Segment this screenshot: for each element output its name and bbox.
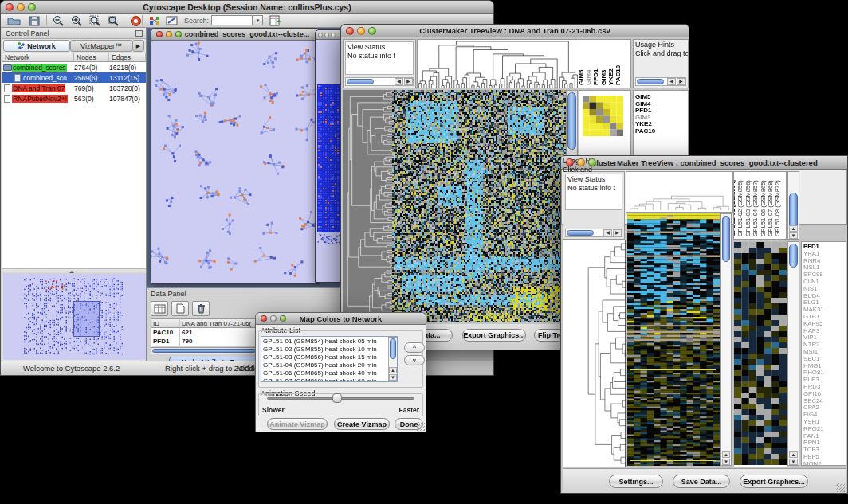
scroll-right-icon[interactable]: ▶ bbox=[613, 229, 622, 236]
scroll-left-icon[interactable]: ◀ bbox=[667, 78, 676, 85]
horizontal-scrollbar[interactable]: ◀ ▶ bbox=[345, 77, 414, 86]
network-table-row[interactable]: combined_sco 2569(6) 13112(15) bbox=[2, 72, 146, 83]
scroll-right-icon[interactable]: ▶ bbox=[677, 78, 685, 85]
vertical-scrollbar[interactable]: ▲ ▼ bbox=[787, 241, 799, 466]
minimize-button[interactable] bbox=[357, 27, 365, 35]
column-label[interactable]: GPL51-02 (GSM855) bbox=[736, 180, 744, 236]
column-label[interactable]: GPL51-07 (GSM868) bbox=[767, 180, 774, 236]
column-label[interactable]: GPL51-06 (GSM865) bbox=[760, 180, 767, 236]
zoom-selected-icon[interactable] bbox=[104, 14, 122, 27]
background-network-window[interactable] bbox=[315, 29, 343, 283]
network-table-row[interactable]: DNA and Tran 07 769(0) 183728(0) bbox=[2, 83, 146, 93]
column-label[interactable]: PAC10 bbox=[614, 65, 622, 85]
scroll-down-icon[interactable]: ▼ bbox=[722, 459, 730, 465]
network-table-row[interactable]: RNAPuberNov2+! 563(0) 107847(0) bbox=[2, 93, 146, 104]
attribute-row[interactable]: PAC10 621 bbox=[151, 328, 257, 337]
attribute-list-item[interactable]: GPL51-03 (GSM856) heat shock 15 min bbox=[263, 354, 396, 361]
col-header-network[interactable]: Network bbox=[2, 53, 74, 61]
save-icon[interactable] bbox=[26, 14, 43, 27]
column-label[interactable]: GPL51-08 (GSM872) bbox=[774, 180, 781, 236]
horizontal-scrollbar[interactable]: ◀ ▶ bbox=[635, 77, 686, 86]
row-dendrogram[interactable] bbox=[563, 240, 626, 467]
settings-button[interactable]: Settings... bbox=[609, 475, 663, 488]
main-titlebar[interactable]: Cytoscape Desktop (Session Name: collins… bbox=[1, 1, 493, 14]
minimize-button[interactable] bbox=[270, 315, 277, 322]
close-button[interactable] bbox=[346, 27, 354, 35]
tab-network[interactable]: Network bbox=[3, 40, 70, 52]
float-panel-icon[interactable] bbox=[135, 30, 143, 37]
col-header-nodes[interactable]: Nodes bbox=[74, 53, 109, 61]
scroll-up-icon[interactable]: ▲ bbox=[789, 451, 798, 458]
global-heatmap[interactable] bbox=[392, 90, 566, 322]
attribute-list-item[interactable]: GPL51-04 (GSM857) heat shock 20 min bbox=[263, 361, 396, 369]
export-graphics-button[interactable]: Export Graphics... bbox=[740, 475, 808, 488]
search-dropdown-arrow[interactable]: ▼ bbox=[253, 15, 263, 25]
attribute-table-icon[interactable] bbox=[151, 301, 168, 316]
scroll-up-icon[interactable]: ▲ bbox=[789, 225, 798, 232]
column-label[interactable]: GPL51-03 (GSM856) bbox=[744, 180, 752, 236]
column-dendrogram[interactable] bbox=[417, 39, 579, 88]
close-button[interactable] bbox=[566, 158, 574, 166]
column-dendrogram-panel[interactable] bbox=[626, 171, 733, 213]
minimize-button[interactable] bbox=[17, 3, 25, 11]
attribute-list-item[interactable]: GPL51-02 (GSM855) heat shock 10 min bbox=[263, 346, 396, 354]
attribute-row[interactable]: PFD1 790 bbox=[151, 337, 257, 346]
table-import-icon[interactable] bbox=[266, 14, 284, 27]
col-header-edges[interactable]: Edges bbox=[109, 53, 146, 61]
zoom-in-icon[interactable] bbox=[68, 14, 85, 27]
resize-grip[interactable] bbox=[416, 422, 425, 431]
attribute-list-item[interactable]: GPL51-01 (GSM854) heat shock 05 min bbox=[263, 338, 396, 346]
network-table-row[interactable]: combined_scores 2764(0) 16218(0) bbox=[2, 62, 146, 72]
export-graphics-button[interactable]: Export Graphics... bbox=[462, 329, 526, 342]
resize-grip[interactable] bbox=[836, 483, 845, 492]
close-button[interactable] bbox=[6, 3, 14, 11]
move-up-button[interactable]: ^ bbox=[404, 342, 425, 353]
network-graph-canvas[interactable] bbox=[151, 41, 319, 283]
minimize-button[interactable] bbox=[577, 158, 585, 166]
save-data-button[interactable]: Save Data... bbox=[673, 475, 730, 488]
scroll-left-icon[interactable]: ◀ bbox=[395, 78, 403, 85]
animate-vizmap-button[interactable]: Animate Vizmap bbox=[267, 418, 328, 430]
move-down-button[interactable]: v bbox=[404, 355, 425, 365]
global-heatmap[interactable] bbox=[627, 213, 720, 466]
column-dendrogram[interactable] bbox=[626, 172, 732, 212]
network-overview-thumbnail[interactable] bbox=[3, 274, 146, 360]
background-window-titlebar[interactable] bbox=[316, 30, 342, 40]
zoom-button[interactable] bbox=[28, 3, 36, 11]
close-button[interactable] bbox=[318, 33, 323, 37]
minimize-button[interactable] bbox=[324, 33, 329, 37]
zoom-button[interactable] bbox=[280, 315, 286, 322]
vertical-scrollbar[interactable]: ▲ ▼ bbox=[720, 213, 732, 466]
col-header-id[interactable]: ID bbox=[151, 319, 180, 327]
annotation-icon[interactable] bbox=[163, 14, 181, 27]
zoom-heatmap[interactable] bbox=[583, 96, 623, 136]
tab-vizmapper[interactable]: VizMapper™ bbox=[70, 40, 132, 52]
list-scrollbar[interactable]: ▲ ▼ bbox=[388, 337, 398, 381]
create-vizmap-button[interactable]: Create Vizmap bbox=[334, 418, 390, 430]
attribute-list-item[interactable]: GPL51-06 (GSM865) heat shock 40 min bbox=[263, 369, 396, 377]
column-label[interactable]: PFD1 bbox=[592, 69, 599, 85]
vertical-scrollbar[interactable]: ▲ ▼ bbox=[787, 171, 799, 240]
dialog-titlebar[interactable]: Map Colors to Network bbox=[256, 313, 426, 325]
grid-network-canvas[interactable] bbox=[316, 40, 342, 282]
scroll-down-icon[interactable]: ▼ bbox=[389, 374, 397, 381]
row-dendrogram[interactable] bbox=[343, 90, 392, 322]
minimize-button[interactable] bbox=[166, 31, 172, 37]
delete-trash-icon[interactable] bbox=[192, 301, 210, 316]
scroll-up-icon[interactable]: ▲ bbox=[389, 367, 397, 373]
column-label[interactable]: GIM5 bbox=[579, 69, 585, 85]
column-label[interactable]: GIM4 bbox=[585, 69, 592, 85]
new-attribute-icon[interactable] bbox=[171, 301, 189, 316]
tab-overflow-arrow[interactable]: ▶ bbox=[132, 40, 144, 52]
zoom-fit-icon[interactable] bbox=[86, 14, 104, 27]
open-file-icon[interactable] bbox=[6, 14, 23, 27]
scroll-up-icon[interactable]: ▲ bbox=[722, 451, 730, 458]
column-label[interactable]: GIM3 bbox=[600, 69, 607, 85]
scroll-down-icon[interactable]: ▼ bbox=[789, 232, 798, 239]
column-label[interactable]: YKE2 bbox=[607, 68, 614, 85]
treeview1-titlebar[interactable]: ClusterMaker TreeView : DNA and Tran 07-… bbox=[341, 25, 689, 37]
network-view-titlebar[interactable]: combined_scores_good.txt--cluste... bbox=[151, 29, 319, 41]
attribute-list[interactable]: GPL51-01 (GSM854) heat shock 05 minGPL51… bbox=[261, 336, 398, 382]
zoom-heatmap[interactable] bbox=[733, 241, 787, 467]
zoom-out-icon[interactable] bbox=[49, 14, 67, 27]
